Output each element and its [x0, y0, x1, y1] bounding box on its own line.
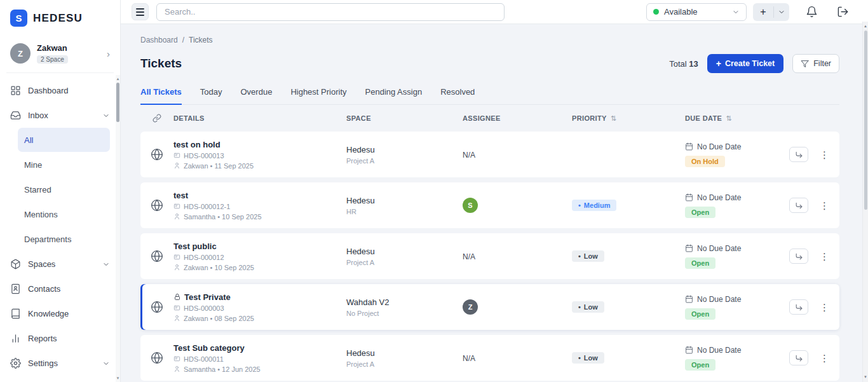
sidebar-item-reports[interactable]: Reports: [0, 326, 120, 351]
expand-ticket-button[interactable]: [789, 249, 808, 264]
breadcrumb-separator: /: [182, 36, 184, 44]
row-menu-button[interactable]: ⋮: [817, 200, 832, 212]
tab-highest-priority[interactable]: Highest Priority: [290, 87, 346, 105]
table-row[interactable]: Test Private HDS-000003 Zakwan • 08 Sep …: [140, 284, 839, 330]
due-date: No Due Date: [685, 346, 785, 355]
status-badge: On Hold: [685, 156, 725, 167]
sidebar-item-knowledge[interactable]: Knowledge: [0, 301, 120, 326]
sidebar-item-label: Reports: [28, 334, 57, 343]
scrollbar-thumb[interactable]: [864, 31, 867, 210]
sidebar-item-settings[interactable]: Settings: [0, 351, 120, 376]
quick-add-button[interactable]: +: [753, 3, 773, 21]
assignee-avatar: S: [463, 198, 478, 213]
ticket-id: HDS-000012-1: [173, 203, 340, 210]
inbox-icon: [10, 110, 21, 121]
sidebar-subitem-label: Starred: [24, 185, 51, 194]
priority-cell: • Low: [572, 301, 685, 313]
breadcrumb: Dashboard / Tickets: [140, 36, 839, 44]
ticket-title[interactable]: test on hold: [173, 140, 340, 149]
row-menu-button[interactable]: ⋮: [817, 352, 832, 364]
user-profile-card[interactable]: Z Zakwan 2 Space ›: [6, 38, 114, 73]
logout-button[interactable]: [837, 6, 849, 18]
row-actions: ⋮: [785, 249, 839, 264]
table-row[interactable]: test on hold HDS-000013 Zakwan • 11 Sep …: [140, 132, 839, 177]
sidebar-scrollbar[interactable]: ▲ ▼: [116, 75, 120, 382]
priority-badge: • Medium: [572, 200, 616, 211]
row-menu-button[interactable]: ⋮: [817, 301, 832, 313]
table-row[interactable]: Test Sub category HDS-000011 Samantha • …: [140, 335, 839, 381]
brand-logo: S HEDESU: [0, 0, 120, 34]
ticket-details: test on hold HDS-000013 Zakwan • 11 Sep …: [173, 140, 346, 170]
status-badge: Open: [685, 308, 715, 320]
project-name: Project A: [346, 157, 463, 165]
expand-ticket-button[interactable]: [789, 147, 808, 162]
priority-cell: • Medium: [572, 200, 685, 211]
row-menu-button[interactable]: ⋮: [817, 149, 832, 161]
expand-ticket-button[interactable]: [789, 350, 808, 365]
assignee-none: N/A: [463, 252, 475, 261]
sort-priority-button[interactable]: ⇅: [611, 114, 616, 123]
lock-icon: [173, 293, 181, 301]
status-badge: Open: [685, 359, 715, 371]
search-input[interactable]: [156, 3, 505, 21]
sidebar-item-contacts[interactable]: Contacts: [0, 276, 120, 301]
priority-badge: • Low: [572, 352, 604, 364]
row-actions: ⋮: [785, 299, 839, 315]
sidebar-item-departments[interactable]: Departments: [18, 227, 110, 251]
space-count-badge: 2 Space: [37, 55, 68, 64]
sidebar-item-mine[interactable]: Mine: [18, 153, 110, 177]
sidebar-item-spaces[interactable]: Spaces: [0, 252, 120, 276]
scroll-down-button[interactable]: ▼: [863, 374, 868, 380]
filter-button[interactable]: Filter: [792, 54, 839, 73]
tab-all-tickets[interactable]: All Tickets: [140, 87, 182, 105]
tab-overdue[interactable]: Overdue: [241, 87, 273, 105]
globe-icon: [140, 301, 173, 313]
availability-select[interactable]: Available: [646, 3, 747, 21]
scroll-up-button[interactable]: ▲: [116, 76, 120, 81]
page-scrollbar[interactable]: ▲ ▼: [862, 22, 868, 382]
table-row[interactable]: test HDS-000012-1 Samantha • 10 Sep 2025…: [140, 182, 839, 228]
table-row[interactable]: Test public HDS-000012 Zakwan • 10 Sep 2…: [140, 233, 839, 279]
ticket-title[interactable]: Test Sub category: [173, 343, 340, 353]
person-icon: [173, 162, 180, 169]
scrollbar-thumb[interactable]: [116, 83, 119, 122]
chevron-down-icon: [732, 8, 740, 16]
chevron-down-icon: [102, 360, 110, 367]
breadcrumb-item[interactable]: Dashboard: [140, 36, 178, 44]
table-header: DETAILS SPACE ASSIGNEE PRIORITY ⇅ DUE DA…: [140, 105, 839, 132]
ticket-id: HDS-000011: [173, 355, 340, 363]
assignee-none: N/A: [463, 151, 475, 160]
tab-resolved[interactable]: Resolved: [440, 87, 475, 105]
ticket-icon: [173, 304, 180, 311]
tab-pending-assign[interactable]: Pending Assign: [365, 87, 423, 105]
sidebar-item-all[interactable]: All: [18, 128, 110, 152]
sidebar-item-starred[interactable]: Starred: [18, 177, 110, 201]
create-ticket-button[interactable]: + Create Ticket: [707, 54, 783, 73]
scroll-down-button[interactable]: ▼: [116, 376, 120, 381]
dot-icon: •: [578, 252, 581, 260]
tab-today[interactable]: Today: [200, 87, 222, 105]
content: Dashboard / Tickets Tickets Total 13 + C…: [121, 24, 868, 382]
globe-icon: [140, 250, 173, 263]
hamburger-menu-button[interactable]: [132, 3, 149, 20]
sidebar-item-dashboard[interactable]: Dashboard: [0, 78, 120, 103]
expand-ticket-button[interactable]: [789, 299, 808, 315]
sidebar-item-mentions[interactable]: Mentions: [18, 202, 110, 226]
ticket-title[interactable]: test: [173, 191, 340, 200]
expand-ticket-button[interactable]: [789, 198, 808, 213]
ticket-title[interactable]: Test public: [173, 242, 340, 251]
hedesu-logo-icon: S: [10, 10, 27, 27]
row-menu-button[interactable]: ⋮: [817, 250, 832, 263]
quick-add-dropdown-button[interactable]: [774, 3, 789, 21]
breadcrumb-item-current: Tickets: [189, 36, 213, 44]
main-area: Available + Dashboard /: [121, 0, 868, 382]
user-avatar: Z: [10, 43, 31, 64]
scroll-up-button[interactable]: ▲: [863, 24, 868, 29]
notifications-button[interactable]: [806, 6, 818, 18]
total-count: Total 13: [669, 59, 698, 69]
ticket-title[interactable]: Test Private: [173, 292, 340, 302]
globe-icon: [140, 351, 173, 364]
assignee-cell: N/A: [463, 252, 572, 261]
sidebar-item-inbox[interactable]: Inbox: [0, 103, 120, 128]
sort-due-date-button[interactable]: ⇅: [726, 114, 731, 123]
